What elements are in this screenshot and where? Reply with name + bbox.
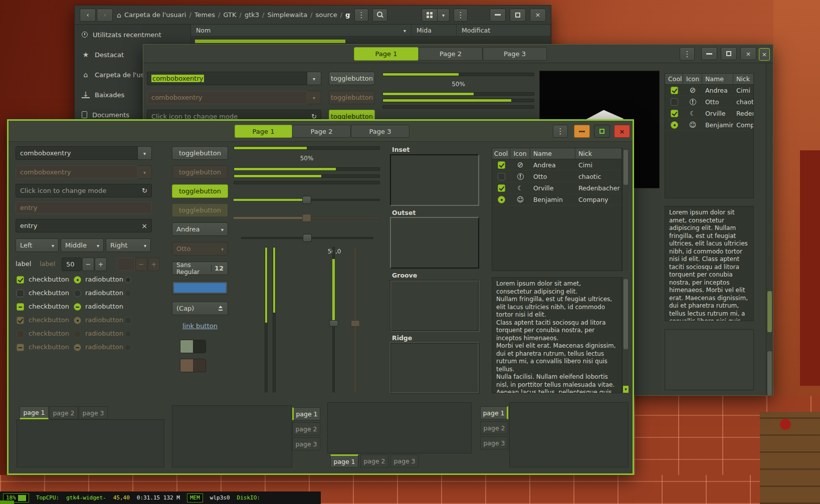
tab-page2[interactable]: Page 2 — [419, 47, 483, 61]
back-button[interactable]: ‹ — [80, 9, 96, 22]
tab-page3[interactable]: Page 3 — [351, 125, 409, 138]
cool-checkbox[interactable] — [498, 184, 505, 192]
table-row[interactable]: Otto chaotic — [665, 96, 753, 108]
header-icon[interactable]: Icon — [683, 74, 702, 84]
select-left[interactable]: Left — [16, 238, 59, 252]
close-button[interactable]: × — [614, 125, 630, 138]
radiobutton[interactable] — [74, 290, 81, 297]
scrollbar-thumb[interactable] — [767, 291, 772, 332]
refresh-icon[interactable] — [142, 187, 147, 194]
cool-checkbox[interactable] — [671, 98, 678, 106]
cool-radio[interactable] — [671, 121, 678, 129]
togglebutton[interactable]: togglebutton — [329, 72, 375, 85]
maximize-button[interactable] — [721, 47, 737, 60]
scale-knob[interactable] — [303, 234, 312, 242]
notebook-top-tab-page1[interactable]: page 1 — [20, 406, 49, 419]
cool-checkbox[interactable] — [498, 161, 505, 169]
checkbutton-mixed[interactable] — [17, 303, 24, 311]
switch-handle[interactable] — [180, 340, 193, 353]
breadcrumb-segment[interactable]: source — [316, 11, 337, 19]
notebook-top-tab-page2[interactable]: page 2 — [49, 406, 78, 419]
notebook-bottom-tab-page3[interactable]: page 3 — [390, 454, 419, 467]
comboboxentry[interactable]: comboboxentry — [147, 72, 321, 85]
notebook-top-tab-page3[interactable]: page 3 — [79, 406, 108, 419]
togglebutton-active[interactable]: togglebutton — [172, 184, 228, 198]
hscale-with-value[interactable] — [241, 234, 373, 242]
notebook-bottom-tab-page2[interactable]: page 2 — [360, 454, 388, 467]
minimize-button[interactable] — [701, 47, 717, 60]
maximize-button[interactable] — [594, 125, 610, 138]
breadcrumb[interactable]: ⌂ Carpeta de l'usuari/ Temes/ GTK/ gtk3/… — [117, 11, 350, 19]
minimize-button[interactable] — [490, 9, 506, 22]
table-row[interactable]: Benjamin Company — [665, 119, 753, 131]
entry[interactable]: entry — [16, 219, 152, 232]
link-button[interactable]: link button — [182, 322, 218, 330]
sidebar-item-recent[interactable]: Utilitzats recentment — [75, 25, 190, 45]
vertical-scrollbar[interactable] — [766, 63, 773, 395]
comboboxentry-dropdown[interactable] — [138, 146, 152, 160]
notebook-bottom-tab-page1[interactable]: page 1 — [330, 454, 358, 467]
notebook-left-tab-page1[interactable]: page 1 — [480, 406, 508, 419]
tab-page2[interactable]: Page 2 — [292, 125, 351, 138]
comboboxentry[interactable]: comboboxentry — [16, 146, 152, 160]
file-manager-titlebar[interactable]: ‹ › ⌂ Carpeta de l'usuari/ Temes/ GTK/ g… — [75, 6, 551, 25]
column-header-size[interactable]: Mida — [412, 25, 457, 36]
color-button[interactable] — [172, 281, 228, 295]
menu-button[interactable] — [553, 125, 568, 138]
hscale[interactable] — [234, 196, 380, 204]
view-options-dropdown[interactable] — [438, 9, 450, 22]
breadcrumb-segment[interactable]: gtk3 — [245, 11, 259, 19]
breadcrumb-segment[interactable]: Carpeta de l'usuari — [124, 11, 186, 19]
select-middle[interactable]: Middle — [61, 238, 104, 252]
header-name[interactable]: Name — [702, 74, 733, 84]
table-row[interactable]: Orville Redenbacher — [492, 182, 622, 194]
spin-minus-button[interactable]: − — [82, 258, 94, 271]
table-row[interactable]: Andrea Cimi — [492, 159, 622, 171]
header-cool[interactable]: Cool — [665, 74, 683, 84]
checkbutton[interactable] — [17, 276, 24, 284]
header-nick[interactable]: Nick — [733, 74, 753, 84]
mini-radio-selected[interactable] — [125, 277, 131, 283]
treeview-table[interactable]: Cool Icon Name Nick Andrea Cimi Otto cha… — [665, 73, 754, 198]
forward-button[interactable]: › — [97, 9, 113, 22]
header-name[interactable]: Name — [530, 148, 575, 159]
secondary-menu-button[interactable] — [454, 9, 468, 22]
radiobutton[interactable] — [74, 276, 81, 284]
icon-entry[interactable]: Click icon to change mode — [16, 184, 152, 197]
breadcrumb-segment[interactable]: GTK — [223, 11, 236, 19]
select-andrea[interactable]: Andrea — [172, 222, 228, 236]
radiobutton-mixed[interactable] — [74, 303, 81, 311]
checkbutton[interactable] — [17, 290, 24, 297]
header-icon[interactable]: Icon — [510, 148, 530, 159]
close-button[interactable]: × — [530, 9, 546, 22]
header-nick[interactable]: Nick — [575, 148, 622, 159]
notebook-right-tab-page3[interactable]: page 3 — [292, 437, 320, 450]
cool-checkbox[interactable] — [498, 173, 505, 180]
table-row[interactable]: Benjamin Company — [492, 194, 622, 205]
close-button-secondary[interactable]: × — [759, 48, 770, 61]
grid-view-button[interactable] — [422, 9, 438, 22]
breadcrumb-segment-current[interactable]: gtk3 — [345, 11, 350, 19]
file-chooser-button[interactable]: (Cap) — [172, 302, 228, 315]
table-scrollbar[interactable] — [622, 148, 629, 271]
cool-radio[interactable] — [498, 196, 505, 203]
table-row[interactable]: Orville Redenbacher — [665, 108, 753, 119]
treeview-table[interactable]: Cool Icon Name Nick Andrea Cimi Otto cha… — [492, 148, 622, 271]
menu-button[interactable] — [680, 47, 695, 61]
scrollbar-thumb[interactable] — [767, 351, 772, 395]
breadcrumb-segment[interactable]: Simplewaita — [267, 11, 307, 19]
minimize-button[interactable] — [574, 125, 590, 138]
scrollbar-thumb[interactable] — [624, 150, 628, 185]
textview-scrollbar[interactable]: ▾ — [622, 277, 629, 393]
demo-front-titlebar[interactable]: Page 1 Page 2 Page 3 × — [9, 121, 633, 142]
notebook-left-tab-page3[interactable]: page 3 — [480, 436, 508, 449]
table-row[interactable]: Andrea Cimi — [665, 85, 753, 96]
sort-chevron-icon[interactable] — [403, 27, 406, 34]
menu-button[interactable] — [354, 9, 368, 22]
spin-plus-button[interactable]: + — [95, 258, 107, 271]
notebook-right-tab-page1[interactable]: page 1 — [292, 407, 320, 420]
selected-file-row[interactable] — [195, 40, 345, 43]
table-row[interactable]: Otto chaotic — [492, 171, 622, 182]
spinbutton-value[interactable]: 50 — [62, 258, 82, 271]
tab-page1[interactable]: Page 1 — [235, 125, 292, 138]
